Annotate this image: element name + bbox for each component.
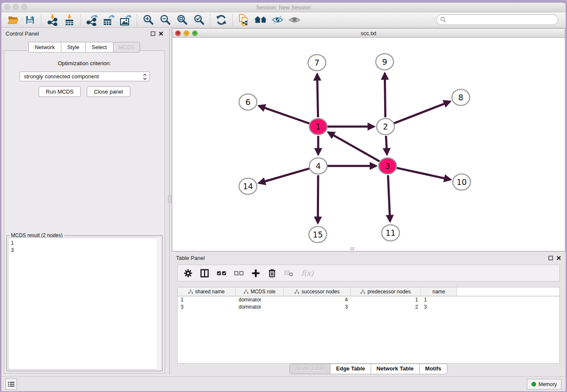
graph-node-2[interactable]: 2 (377, 119, 394, 135)
column-header-successor-nodes[interactable]: successor nodes (284, 287, 351, 296)
plus-icon (251, 269, 260, 278)
edge-3-11[interactable] (388, 175, 390, 221)
control-tab-mcds[interactable]: MCDS (113, 42, 140, 52)
graph-node-6[interactable]: 6 (239, 94, 257, 110)
graph-node-14[interactable]: 14 (239, 178, 257, 194)
network-close-button[interactable]: ✕ (175, 30, 181, 36)
control-tab-network[interactable]: Network (28, 42, 61, 52)
graph-node-8[interactable]: 8 (452, 89, 470, 105)
graph-node-3[interactable]: 3 (379, 158, 396, 174)
close-window-button[interactable] (5, 4, 10, 10)
edge-2-8[interactable] (394, 102, 450, 123)
graph-node-7[interactable]: 7 (308, 55, 326, 71)
control-tab-select[interactable]: Select (85, 42, 113, 52)
graph-node-1[interactable]: 1 (309, 119, 327, 135)
edge-3-1[interactable] (328, 132, 379, 161)
close-panel-icon[interactable] (159, 31, 163, 36)
graph-node-10[interactable]: 10 (453, 174, 471, 190)
save-session-button[interactable] (22, 13, 39, 27)
import-network-button[interactable] (44, 13, 61, 27)
table-cell[interactable]: 3 (421, 304, 457, 311)
table-tab-edge-table[interactable]: Edge Table (330, 364, 371, 374)
zoom-window-button[interactable] (22, 4, 27, 10)
optimization-criterion-select[interactable]: strongly connected component (19, 72, 150, 81)
edge-4-14[interactable] (259, 168, 309, 183)
copy-style-icon (238, 14, 250, 26)
panel-divider-grip[interactable] (168, 195, 171, 203)
table-cell[interactable]: 1 (351, 296, 421, 304)
column-header-predecessor-nodes[interactable]: predecessor nodes (351, 287, 421, 296)
export-image-icon (119, 14, 132, 26)
network-canvas[interactable]: 1234678910111415 (172, 38, 565, 251)
table-tab-motifs[interactable]: Motifs (419, 364, 447, 374)
table-cell[interactable]: 1 (178, 296, 236, 304)
result-scrollbar[interactable] (157, 237, 161, 370)
zoom-fit-button[interactable] (173, 13, 190, 27)
column-header-shared-name[interactable]: shared name (178, 287, 236, 296)
edge-3-10[interactable] (396, 168, 450, 180)
table-cell[interactable]: dominator (236, 296, 284, 304)
canvas-divider-grip[interactable] (350, 247, 354, 250)
graph-node-9[interactable]: 9 (376, 54, 394, 70)
memory-button[interactable]: Memory (527, 379, 561, 389)
network-window-titlebar[interactable]: ✕ − + scc.txt (172, 29, 565, 38)
edge-1-7[interactable] (317, 74, 318, 117)
add-column-button[interactable] (251, 269, 260, 278)
table-tab-node-table[interactable]: Node Table (289, 364, 330, 374)
table-cell[interactable]: 2 (351, 304, 421, 311)
table-row[interactable]: 1dominator411 (178, 296, 559, 304)
edge-1-6[interactable] (259, 106, 309, 124)
show-columns-button[interactable] (200, 269, 209, 278)
network-maximize-button[interactable]: + (192, 30, 198, 36)
float-panel-icon[interactable] (151, 31, 155, 36)
table-panel: Table Panel (172, 253, 565, 375)
run-mcds-button[interactable]: Run MCDS (39, 86, 81, 97)
gear-icon (184, 269, 193, 278)
table-cell[interactable]: 3 (178, 304, 236, 311)
toolbar-separator (80, 14, 81, 25)
hide-selected-button[interactable] (269, 13, 286, 27)
graph-node-15[interactable]: 15 (309, 226, 327, 243)
zoom-in-button[interactable] (140, 13, 157, 27)
edge-4-15[interactable] (318, 175, 318, 223)
table-cell[interactable]: 1 (421, 296, 457, 304)
control-tab-style[interactable]: Style (61, 42, 86, 52)
export-table-button[interactable] (100, 13, 117, 27)
network-minimize-button[interactable]: − (184, 30, 189, 36)
network-window-title: scc.txt (361, 30, 377, 36)
zoom-selected-button[interactable] (190, 13, 207, 27)
edge-2-3[interactable] (386, 136, 387, 155)
table-cell[interactable]: dominator (236, 304, 284, 311)
graph-node-4[interactable]: 4 (309, 158, 327, 174)
graph-node-11[interactable]: 11 (382, 225, 399, 241)
close-table-panel-icon[interactable] (556, 256, 561, 260)
column-header-name[interactable]: name (421, 287, 457, 296)
open-file-button[interactable] (5, 13, 22, 27)
show-all-button[interactable] (286, 13, 303, 27)
delete-button[interactable] (268, 268, 276, 278)
close-panel-button[interactable]: Close panel (87, 86, 130, 97)
copy-style-button[interactable] (235, 13, 252, 27)
table-tab-network-table[interactable]: Network Table (371, 364, 420, 374)
import-table-button[interactable] (61, 13, 78, 27)
edge-2-9[interactable] (385, 73, 385, 117)
column-header-MCDS-role[interactable]: MCDS role (236, 287, 284, 296)
task-history-button[interactable] (6, 378, 17, 390)
function-builder-button[interactable]: f(x) (301, 269, 314, 277)
search-input[interactable] (436, 14, 558, 25)
export-network-button[interactable] (83, 13, 100, 27)
table-settings-button[interactable] (184, 269, 193, 278)
table-cell[interactable]: 3 (284, 304, 351, 311)
zoom-out-button[interactable] (157, 13, 173, 27)
export-image-button[interactable] (117, 13, 134, 27)
delete-table-button[interactable] (284, 269, 294, 277)
deselect-all-button[interactable] (234, 270, 244, 276)
refresh-button[interactable] (213, 13, 230, 27)
select-all-button[interactable] (217, 270, 226, 276)
minimize-window-button[interactable] (13, 4, 19, 10)
float-table-panel-icon[interactable] (548, 256, 553, 260)
mcds-result-list[interactable]: 1 3 (8, 237, 161, 370)
home-layout-button[interactable] (252, 13, 269, 27)
table-row[interactable]: 3dominator323 (178, 304, 559, 311)
table-cell[interactable]: 4 (284, 296, 351, 304)
